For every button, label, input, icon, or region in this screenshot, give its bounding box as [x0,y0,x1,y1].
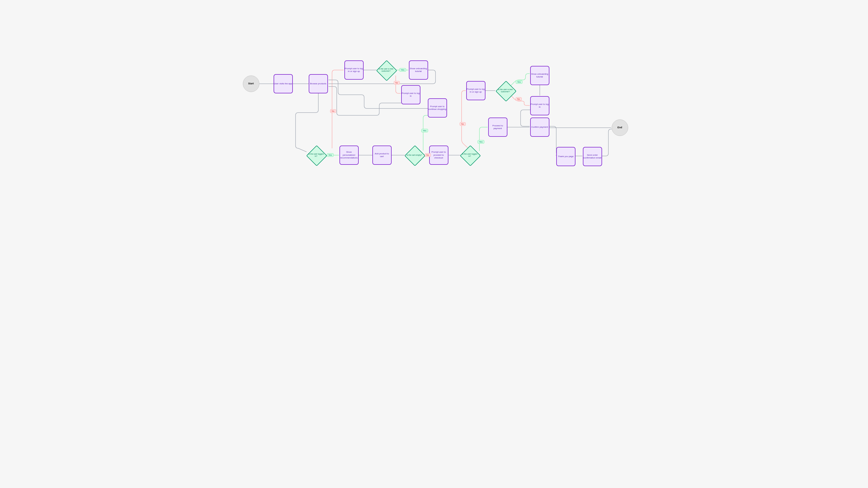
edge-label-no: No [425,153,431,157]
node-show-onboarding-2[interactable]: Show onboarding tutorial [530,66,549,85]
node-label: Prompt user to log in or sign up [345,67,363,73]
node-label: Show personalized recommendations [340,151,358,159]
node-continue-shopping[interactable]: Prompt user to continue shopping [428,98,447,118]
node-label: Add product to cart [373,152,391,158]
terminal-start-label: Start [248,82,254,85]
node-label: Prompt user to continue shopping [428,105,446,111]
node-prompt-login-signup-2[interactable]: Prompt user to log in or sign up [466,81,486,100]
node-prompt-login-2[interactable]: Prompt user to log in [530,96,549,115]
edge-label-yes: Yes [327,153,334,157]
node-proceed-payment[interactable]: Proceed to payment [488,118,507,137]
decision-logged-in-1[interactable]: Is the user logged in? [307,146,326,165]
node-label: Prompt user to log in [531,103,549,109]
node-label: Prompt user to log in or sign up [467,88,485,94]
decision-cart-empty[interactable]: Is the cart empty? [405,146,424,165]
node-label: Proceed to payment [489,124,507,130]
edge-label-yes: Yes [399,68,406,72]
node-prompt-login-signup-1[interactable]: Prompt user to log in or sign up [344,60,364,80]
decision-label: Is the user a new customer? [496,81,515,100]
node-prompt-login-1[interactable]: Prompt user to log in [401,85,421,104]
node-confirm-payment[interactable]: Confirm payment [530,118,549,137]
edge-label-yes: Yes [516,80,523,84]
node-label: User visits the app [274,82,292,85]
node-label: Show onboarding tutorial [409,67,428,73]
node-label: Prompt user to proceed to checkout [430,151,448,159]
edge-label-no: No [460,122,466,126]
node-show-onboarding-1[interactable]: Show onboarding tutorial [409,60,428,80]
node-user-visits[interactable]: User visits the app [274,74,293,93]
node-label: Show onboarding tutorial [531,73,549,79]
edge-label-yes: Yes [421,129,428,132]
flowchart-canvas: Start End User visits the app Browse pro… [235,0,633,225]
node-add-to-cart[interactable]: Add product to cart [372,146,392,165]
decision-label: Is the user logged in? [307,146,326,165]
edge-label-no: No [394,81,400,85]
node-label: Prompt user to log in [402,92,420,98]
node-label: Send order confirmation email [583,154,601,160]
edge-label-yes: Yes [477,140,484,144]
decision-new-customer-2[interactable]: Is the user a new customer? [496,81,515,100]
node-recommendations[interactable]: Show personalized recommendations [339,146,359,165]
decision-new-customer-1[interactable]: Is the user a new customer? [376,60,396,80]
node-label: Thank you page [558,155,574,158]
node-label: Browse products [310,82,327,85]
edge-label-no: No [516,97,522,101]
node-proceed-checkout[interactable]: Prompt user to proceed to checkout [429,146,448,165]
terminal-end[interactable]: End [612,119,628,136]
terminal-end-label: End [617,126,622,130]
terminal-start[interactable]: Start [243,76,259,92]
decision-logged-in-2[interactable]: Is the user logged in? [460,146,479,165]
decision-label: Is the user logged in? [460,146,479,165]
node-label: Confirm payment [531,126,548,128]
edge-label-no: No [330,109,336,113]
node-confirmation-email[interactable]: Send order confirmation email [583,147,602,166]
node-thank-you[interactable]: Thank you page [556,147,576,166]
node-browse-products[interactable]: Browse products [309,74,328,93]
decision-label: Is the user a new customer? [376,60,396,80]
decision-label: Is the cart empty? [405,146,424,165]
